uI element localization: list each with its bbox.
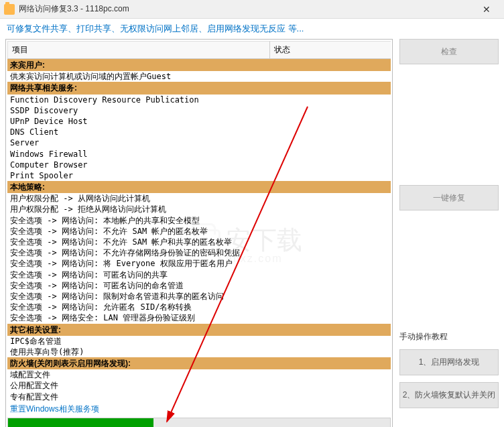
list-item[interactable]: 安全选项 -> 网络访问: 限制对命名管道和共享的匿名访问 <box>7 291 391 302</box>
list-item[interactable]: 用户权限分配 -> 从网络访问此计算机 <box>7 193 391 204</box>
reset-services-link[interactable]: 重置Windows相关服务项 <box>7 402 391 416</box>
list-item[interactable]: 使用共享向导(推荐) <box>7 347 391 357</box>
column-status[interactable]: 状态 <box>270 41 391 58</box>
list-item[interactable]: 安全选项 -> 网络安全: LAN 管理器身份验证级别 <box>7 312 391 323</box>
list-header: 项目 状态 <box>7 41 391 59</box>
items-panel: 项目 状态 来宾用户:供来宾访问计算机或访问域的内置帐户Guest网络共享相关服… <box>5 39 393 427</box>
list-item[interactable]: SSDP Discovery <box>7 105 391 116</box>
list-item[interactable]: Server <box>7 137 391 148</box>
app-icon <box>4 4 15 15</box>
list-item[interactable]: 安全选项 -> 网络访问: 可匿名访问的共享 <box>7 269 391 280</box>
list-item[interactable]: 安全选项 -> 网络访问: 允许匿名 SID/名称转换 <box>7 302 391 312</box>
progress-bar <box>7 418 391 427</box>
group-header: 本地策略: <box>7 181 391 193</box>
progress-fill <box>8 418 153 427</box>
list-item[interactable]: 安全选项 -> 网络访问: 不允许 SAM 帐户和共享的匿名枚举 <box>7 237 391 247</box>
list-item[interactable]: 安全选项 -> 网络访问: 将 Everyone 权限应用于匿名用户 <box>7 258 391 269</box>
list-item[interactable]: 公用配置文件 <box>7 380 391 391</box>
list-item[interactable]: 安全选项 -> 网络访问: 不允许 SAM 帐户的匿名枚举 <box>7 226 391 237</box>
list-item[interactable]: 安全选项 -> 网络访问: 本地帐户的共享和安全模型 <box>7 215 391 226</box>
group-header: 来宾用户: <box>7 59 391 71</box>
group-header: 防火墙(关闭则表示启用网络发现): <box>7 357 391 369</box>
list-item[interactable]: DNS Client <box>7 127 391 137</box>
list-item[interactable]: IPC$命名管道 <box>7 336 391 347</box>
list-item[interactable]: 安全选项 -> 网络访问: 可匿名访问的命名管道 <box>7 280 391 291</box>
list-item[interactable]: Function Discovery Resource Publication <box>7 95 391 105</box>
list-item[interactable]: 供来宾访问计算机或访问域的内置帐户Guest <box>7 71 391 82</box>
list-item[interactable]: Print Spooler <box>7 170 391 181</box>
tutorial-label: 手动操作教程 <box>399 331 499 343</box>
list-item[interactable]: Windows Firewall <box>7 149 391 160</box>
list-item[interactable]: 域配置文件 <box>7 369 391 380</box>
list-item[interactable]: 安全选项 -> 网络访问: 不允许存储网络身份验证的密码和凭据 <box>7 247 391 258</box>
list-item[interactable]: UPnP Device Host <box>7 116 391 127</box>
list-body: 来宾用户:供来宾访问计算机或访问域的内置帐户Guest网络共享相关服务:Func… <box>7 59 391 402</box>
column-project[interactable]: 项目 <box>7 41 270 58</box>
list-item[interactable]: 专有配置文件 <box>7 391 391 402</box>
tutorial-firewall-reset-button[interactable]: 2、防火墙恢复默认并关闭 <box>399 382 499 408</box>
side-panel: 检查 一键修复 手动操作教程 1、启用网络发现 2、防火墙恢复默认并关闭 <box>399 39 499 427</box>
check-button[interactable]: 检查 <box>399 39 499 64</box>
one-click-fix-button[interactable]: 一键修复 <box>399 185 499 210</box>
window-title: 网络访问修复3.3 - 1118pc.com <box>19 3 129 15</box>
group-header: 其它相关设置: <box>7 324 391 336</box>
tutorial-enable-discovery-button[interactable]: 1、启用网络发现 <box>399 349 499 375</box>
list-item[interactable]: Computer Browser <box>7 160 391 170</box>
subtitle-text: 可修复文件共享、打印共享、无权限访问网上邻居、启用网络发现无反应 等... <box>0 19 504 39</box>
title-bar: 网络访问修复3.3 - 1118pc.com ✕ <box>0 0 504 19</box>
close-icon[interactable]: ✕ <box>473 4 500 15</box>
list-item[interactable]: 用户权限分配 -> 拒绝从网络访问此计算机 <box>7 204 391 215</box>
group-header: 网络共享相关服务: <box>7 82 391 94</box>
